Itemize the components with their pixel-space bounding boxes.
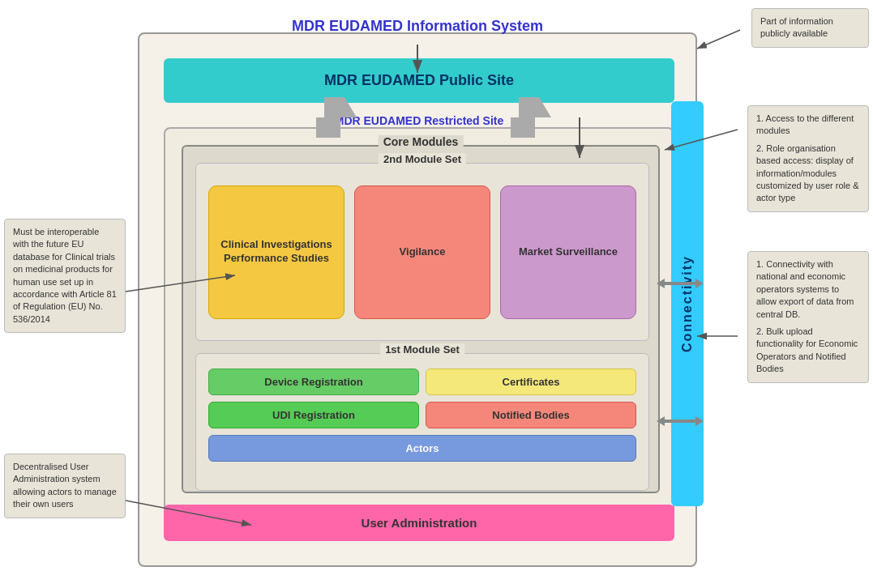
module-certificates: Certificates [426, 369, 636, 395]
core-modules-box: Core Modules 2nd Module Set Clinical Inv… [182, 145, 660, 493]
module-notified-bodies: Notified Bodies [426, 402, 636, 428]
note-mid-right-text-1: 1. Access to the different modules [756, 113, 860, 138]
second-module-items: Clinical Investigations Performance Stud… [196, 164, 648, 340]
module-device-registration: Device Registration [208, 369, 419, 395]
core-modules-title: Core Modules [379, 135, 464, 148]
note-mid-left-text: Must be interoperable with the future EU… [13, 227, 117, 324]
note-bottom-right-text-2: 2. Bulk upload functionality for Economi… [756, 326, 860, 376]
module-clinical: Clinical Investigations Performance Stud… [208, 185, 344, 319]
note-mid-right-text-2: 2. Role organisation based access: displ… [756, 143, 860, 205]
first-module-title: 1st Module Set [380, 343, 464, 356]
note-bottom-left: Decentralised User Administration system… [4, 454, 126, 518]
note-top-right-text: Part of information publicly available [760, 16, 833, 38]
first-module-grid: Device Registration Certificates UDI Reg… [196, 354, 648, 470]
module-market: Market Surveillance [500, 185, 636, 319]
second-module-title: 2nd Module Set [379, 153, 466, 165]
main-container: MDR EUDAMED Information System MDR EUDAM… [130, 8, 713, 575]
note-mid-left: Must be interoperable with the future EU… [4, 219, 126, 333]
public-site-box: MDR EUDAMED Public Site [164, 58, 674, 103]
note-bottom-right-text-1: 1. Connectivity with national and econom… [756, 258, 860, 321]
connectivity-bar: Connectivity [671, 101, 704, 506]
module-actors: Actors [208, 435, 636, 462]
note-bottom-left-text: Decentralised User Administration system… [13, 462, 117, 509]
outer-box: MDR EUDAMED Information System MDR EUDAM… [138, 32, 697, 567]
second-module-box: 2nd Module Set Clinical Investigations P… [195, 163, 649, 341]
main-title: MDR EUDAMED Information System [292, 18, 543, 35]
note-bottom-right: 1. Connectivity with national and econom… [747, 251, 869, 383]
restricted-title: MDR EUDAMED Restricted Site [335, 114, 503, 127]
public-site-title: MDR EUDAMED Public Site [324, 72, 514, 89]
note-top-right: Part of information publicly available [751, 8, 869, 48]
user-admin-title: User Administration [362, 516, 477, 530]
first-module-box: 1st Module Set Device Registration Certi… [195, 353, 649, 491]
module-udi-registration: UDI Registration [208, 402, 419, 428]
note-mid-right: 1. Access to the different modules 2. Ro… [747, 105, 869, 212]
connectivity-label: Connectivity [680, 255, 695, 352]
module-vigilance: Vigilance [354, 185, 490, 319]
user-admin-box: User Administration [164, 505, 674, 541]
restricted-box: MDR EUDAMED Restricted Site Core Modules… [164, 127, 674, 532]
